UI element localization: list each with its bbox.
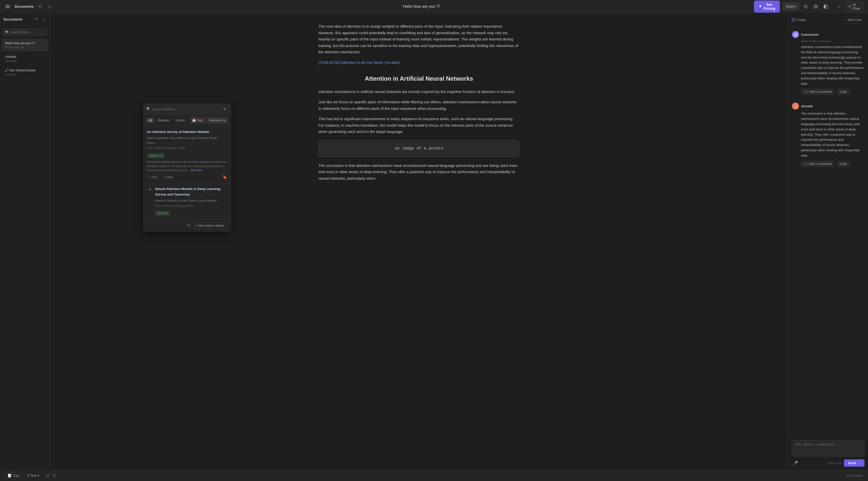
- expand-icon[interactable]: ⤢: [837, 3, 843, 10]
- citation-1-cite-button[interactable]: + Cite: [147, 174, 159, 180]
- new-doc-icon[interactable]: +: [37, 3, 43, 10]
- bottombar: 📝 Cite T Text ▾ ↺ ↻ 4728 words: [0, 470, 868, 481]
- citation-1-cited-badge: Cited by 119: [147, 153, 164, 158]
- citation-2-cited-badge: Cited by 8: [155, 211, 170, 216]
- sidebar-collapse-button[interactable]: ◁: [41, 16, 46, 23]
- citation-1-authors: Sneha Chaudhari, Varun Mithal, Gungor Po…: [147, 136, 227, 145]
- citation-tab-library[interactable]: Library: [173, 118, 187, 123]
- chat-message-conclusion-actions: + + Add to document Copy: [801, 89, 864, 95]
- sidebar-item-hello-date: 28 seconds ago: [5, 46, 45, 49]
- chat-message-conclusion-header: Conclusion: [792, 31, 864, 38]
- menu-icon[interactable]: [4, 3, 11, 10]
- svg-point-10: [795, 34, 796, 35]
- chat-avatar-conclusion: [792, 31, 799, 38]
- citation-tab-year[interactable]: 📅 Year: [190, 117, 206, 124]
- code-block: an image of a potato: [318, 140, 519, 157]
- new-chat-button[interactable]: + New Chat: [842, 17, 864, 23]
- citation-search-input[interactable]: [152, 107, 219, 111]
- svg-point-3: [805, 6, 806, 7]
- editor-paragraph-5[interactable]: The conclusion is that attention mechani…: [318, 162, 519, 182]
- add-icon: +: [804, 90, 805, 93]
- editor-content: The core idea of attention is to assign …: [318, 23, 519, 181]
- chat-username-conclusion: Conclusion: [801, 33, 819, 36]
- add-to-doc-button-conclusion[interactable]: + + Add to document: [801, 89, 834, 95]
- chats-label: Chats: [798, 18, 806, 22]
- citation-popup-close-button[interactable]: ✕: [221, 106, 228, 112]
- svg-rect-0: [5, 5, 10, 5]
- citation-1-abstract: The intuition behind attention can be be…: [147, 160, 227, 172]
- bottombar-text-button[interactable]: T Text ▾: [25, 473, 42, 479]
- sidebar-item-get-started-date: Last year: [5, 73, 45, 76]
- citation-popup: 🔍 ✕ All Discover Library 📅 Year Relevanc…: [143, 103, 231, 232]
- citation-1-view-button[interactable]: ↗ View: [161, 174, 175, 180]
- sidebar-item-get-started-title: 🖊 Get Started Guide: [5, 68, 45, 72]
- citation-2-source: arxiv (Cornell University), 2021: [155, 204, 227, 208]
- settings-icon[interactable]: [802, 3, 809, 10]
- copy-button-conclusion[interactable]: Copy: [837, 89, 849, 95]
- citation-2-remove-button[interactable]: ✕: [147, 187, 153, 192]
- sidebar-item-hello[interactable]: Hello how are you ?! 28 seconds ago: [1, 39, 49, 51]
- chat-username-jenni: JenniAI: [801, 104, 813, 108]
- editor-paragraph-1[interactable]: The core idea of attention is to assign …: [318, 23, 519, 55]
- jenni-avatar-text: J: [795, 104, 796, 108]
- citation-1-bookmark-icon[interactable]: 🔖: [222, 175, 227, 179]
- svg-point-5: [815, 6, 816, 7]
- citation-1-title: An Attentive Survey of Attention Models: [147, 129, 227, 135]
- text-icon: T: [27, 474, 29, 478]
- svg-rect-1: [5, 6, 10, 7]
- undo-button[interactable]: ↺: [45, 472, 50, 479]
- citation-tab-relevance[interactable]: Relevance ▾: [207, 117, 228, 124]
- send-button[interactable]: Send →: [844, 459, 865, 467]
- ai-chat-label: AI Chat: [853, 3, 861, 10]
- export-button[interactable]: Export: [782, 2, 800, 10]
- sidebar-search-input[interactable]: [10, 30, 45, 34]
- copy-button-jenni[interactable]: Copy: [837, 161, 849, 167]
- citation-tab-all[interactable]: All: [146, 118, 154, 123]
- ai-chat-header: Chats + New Chat: [788, 13, 868, 27]
- citation-2-authors: Alana de Santana Correia, Esther Luna Co…: [155, 198, 227, 203]
- citation-1-see-more[interactable]: See more: [191, 169, 203, 172]
- monitor-icon[interactable]: [812, 3, 819, 10]
- sidebar-item-untitled-date: Last year: [5, 59, 45, 62]
- citation-item-1: An Attentive Survey of Attention Models …: [144, 126, 231, 183]
- editor-paragraph-2[interactable]: Attention mechanisms in artificial neura…: [318, 88, 519, 95]
- see-pricing-icon: ✦: [758, 4, 762, 9]
- topbar-center: Hello how are you ?!: [57, 4, 786, 9]
- topbar-right: ✦ See Pricing Export ⤢: [788, 0, 864, 12]
- sidebar: Documents + ◁ 🔍 Hello how are you ?! 28 …: [0, 13, 50, 470]
- sidebar-item-get-started[interactable]: 🖊 Get Started Guide Last year: [1, 66, 49, 79]
- sidebar-search-icon: 🔍: [5, 30, 9, 34]
- topbar: Documents + ◁ Hello how are you ?! ✦ See…: [0, 0, 868, 13]
- ai-chat-tab[interactable]: AI Chat: [845, 1, 864, 12]
- chat-input[interactable]: [792, 440, 865, 457]
- relevance-dropdown-icon: ▾: [224, 118, 226, 123]
- chat-text-conclusion: Attention mechanisms have revolutionized…: [801, 44, 864, 86]
- send-label: Send: [848, 461, 856, 465]
- redo-button[interactable]: ↻: [52, 472, 57, 479]
- add-custom-citation-button[interactable]: + Add custom citation: [191, 222, 227, 229]
- citation-item-2: ✕ Neural Attention Models in Deep Learni…: [144, 183, 231, 219]
- clear-chat-link[interactable]: Clear chat: [828, 461, 842, 465]
- editor-paragraph-citation: [1706.03762] Attention Is All You Need, …: [318, 59, 519, 66]
- mic-icon[interactable]: 🎤: [792, 459, 800, 467]
- add-icon-jenni: +: [804, 162, 805, 166]
- theme-toggle-icon[interactable]: [822, 3, 830, 10]
- citation-tab-discover[interactable]: Discover: [155, 118, 172, 123]
- editor-paragraph-3[interactable]: Just like we focus on specific parts of …: [318, 99, 519, 112]
- citation-link[interactable]: [1706.03762] Attention Is All You Need, …: [318, 60, 400, 65]
- citation-search-bar: 🔍 ✕: [144, 104, 231, 115]
- add-to-doc-button-jenni[interactable]: + + Add to document: [801, 161, 834, 167]
- regenerate-citations-button[interactable]: ↻: [186, 222, 191, 229]
- new-chat-icon: +: [845, 18, 847, 22]
- see-pricing-button[interactable]: ✦ See Pricing: [754, 0, 780, 12]
- word-count: 4728 words: [846, 474, 863, 478]
- cite-label: Cite: [13, 474, 19, 478]
- sidebar-item-untitled[interactable]: Untitled Last year: [1, 52, 49, 65]
- sidebar-new-doc-button[interactable]: +: [34, 16, 40, 22]
- editor-paragraph-4[interactable]: This has led to significant improvements…: [318, 116, 519, 135]
- bottombar-cite-button[interactable]: 📝 Cite: [5, 472, 22, 479]
- citation-1-source: arxiv (Cornell University), 2019: [147, 146, 227, 151]
- sidebar-header: Documents + ◁: [0, 13, 50, 26]
- collapse-sidebar-icon[interactable]: ◁: [46, 3, 52, 10]
- text-label: Text: [30, 474, 36, 478]
